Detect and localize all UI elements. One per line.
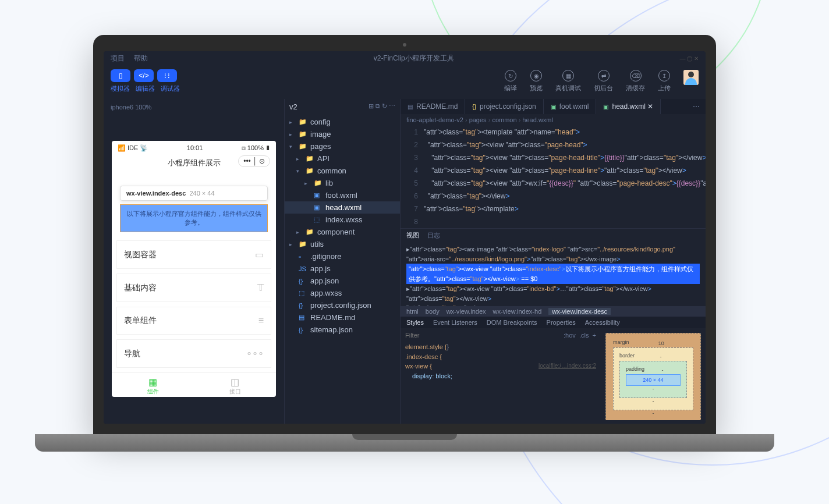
file-explorer: v2 ⊞ ⧉ ↻ ⋯ ▸📁config▸📁image▾📁pages▸📁API▾📁… [284,99,401,424]
menu-help[interactable]: 帮助 [134,54,148,63]
mode-debugger-label: 调试器 [161,84,180,93]
devtools-panel: 视图 日志 ▸"attr">class="tag"><wx-image "att… [401,228,706,420]
mode-simulator-icon[interactable]: ▯ [111,69,130,82]
phone-tab-api[interactable]: ◫接口 [194,373,276,397]
styles-filter[interactable] [405,332,564,339]
selected-element[interactable]: 以下将展示小程序官方组件能力，组件样式仅供参考。 [120,204,268,232]
tool-remote[interactable]: ▦真机调试 [555,70,581,93]
dom-breadcrumb[interactable]: htmlbodywx-view.indexwx-view.index-hdwx-… [401,306,706,317]
window-controls[interactable]: — ▢ ✕ [679,55,699,62]
tree-row[interactable]: ▸📁API [285,152,400,165]
tree-row[interactable]: ▸📁image [285,128,400,140]
phone-menu-item[interactable]: 表单组件≡ [116,307,271,335]
tree-row[interactable]: JSapp.js [285,262,400,275]
tree-row[interactable]: {}project.config.json [285,299,400,311]
phone-tab-component[interactable]: ▦组件 [112,373,194,397]
capsule-button[interactable]: ••• │ ⊙ [238,155,270,167]
window-title: v2-FinClip小程序开发工具 [157,54,670,63]
tool-background[interactable]: ⇄切后台 [594,70,613,93]
laptop-base [35,434,774,452]
tool-preview[interactable]: ◉预览 [530,70,543,93]
tree-row[interactable]: ▣foot.wxml [285,189,400,201]
simulator-status: iphone6 100% [107,102,281,115]
camera-dot [403,43,406,47]
editor-tab[interactable]: ▤README.md [401,99,465,114]
styles-pane[interactable]: :hov .cls + element.style {}.index-desc … [401,328,601,420]
tree-row[interactable]: ⬚app.wxss [285,287,400,299]
tree-row[interactable]: ▸📁component [285,226,400,238]
phone-statusbar: 📶 IDE 📡 10:01 ⧈ 100% ▮ [112,141,276,155]
laptop-frame: 项目 帮助 v2-FinClip小程序开发工具 — ▢ ✕ ▯ </> ⫶⫶ 模… [93,35,716,452]
editor-tab[interactable]: {}project.config.json [465,99,543,114]
mode-simulator-label: 模拟器 [111,84,130,93]
tool-compile[interactable]: ↻编译 [504,70,517,93]
ide-window: 项目 帮助 v2-FinClip小程序开发工具 — ▢ ✕ ▯ </> ⫶⫶ 模… [104,51,706,424]
tree-row[interactable]: ⬚index.wxss [285,214,400,226]
box-model: margin 10 border - padding - 240 × 4 [601,328,706,420]
tool-upload[interactable]: ↥上传 [658,70,671,93]
simulator-panel: iphone6 100% 📶 IDE 📡 10:01 ⧈ 100% ▮ 小程序组… [104,99,284,424]
explorer-actions[interactable]: ⊞ ⧉ ↻ ⋯ [369,102,395,111]
phone-menu-item[interactable]: 导航∘∘∘ [116,339,271,368]
breadcrumb[interactable]: fino-applet-demo-v2pagescommonhead.wxml [401,114,706,126]
editor-tab[interactable]: ▣foot.wxml [544,99,597,114]
editor-tab[interactable]: ▣head.wxml ✕ [596,99,661,114]
phone-menu-item[interactable]: 基础内容𝕋 [116,274,271,302]
phone-menu-item[interactable]: 视图容器▭ [116,240,271,269]
mode-editor-label: 编辑器 [136,84,155,93]
tree-row[interactable]: ▸📁utils [285,238,400,250]
avatar[interactable] [683,70,699,85]
tree-row[interactable]: ▣head.wxml [285,201,400,214]
tab-overflow[interactable]: ⋯ [687,102,706,111]
tree-row[interactable]: ▤README.md [285,311,400,324]
tree-row[interactable]: ▸📁config [285,116,400,128]
menu-project[interactable]: 项目 [111,54,125,63]
devtools-subtabs[interactable]: StylesEvent ListenersDOM BreakpointsProp… [401,317,706,328]
menubar: 项目 帮助 v2-FinClip小程序开发工具 — ▢ ✕ [104,51,706,66]
tree-row[interactable]: ▾📁pages [285,140,400,152]
phone-title: 小程序组件展示 ••• │ ⊙ [112,155,276,174]
tree-row[interactable]: ▸📁lib [285,177,400,189]
tree-row[interactable]: ▫.gitignore [285,250,400,262]
tree-row[interactable]: {}sitemap.json [285,324,400,336]
devtools-tabs[interactable]: 视图 日志 [401,229,706,242]
mode-editor-icon[interactable]: </> [134,69,154,82]
phone-frame: 📶 IDE 📡 10:01 ⧈ 100% ▮ 小程序组件展示 ••• │ ⊙ w… [112,141,276,397]
tool-clearcache[interactable]: ⌫清缓存 [626,70,645,93]
mode-debugger-icon[interactable]: ⫶⫶ [157,69,177,82]
code-editor[interactable]: 1"attr">class="tag"><template "attr">nam… [401,126,706,228]
toolbar: ▯ </> ⫶⫶ 模拟器 编辑器 调试器 ↻编译 ◉预览 ▦真机调试 ⇄切后台 [104,66,706,99]
inspect-tooltip: wx-view.index-desc 240 × 44 [120,186,268,201]
editor-area: ▤README.md{}project.config.json▣foot.wxm… [401,99,706,424]
tree-row[interactable]: ▾📁common [285,165,400,177]
explorer-root[interactable]: v2 [289,102,297,111]
tree-row[interactable]: {}app.json [285,275,400,287]
dom-tree[interactable]: ▸"attr">class="tag"><wx-image "attr">cla… [401,242,706,306]
